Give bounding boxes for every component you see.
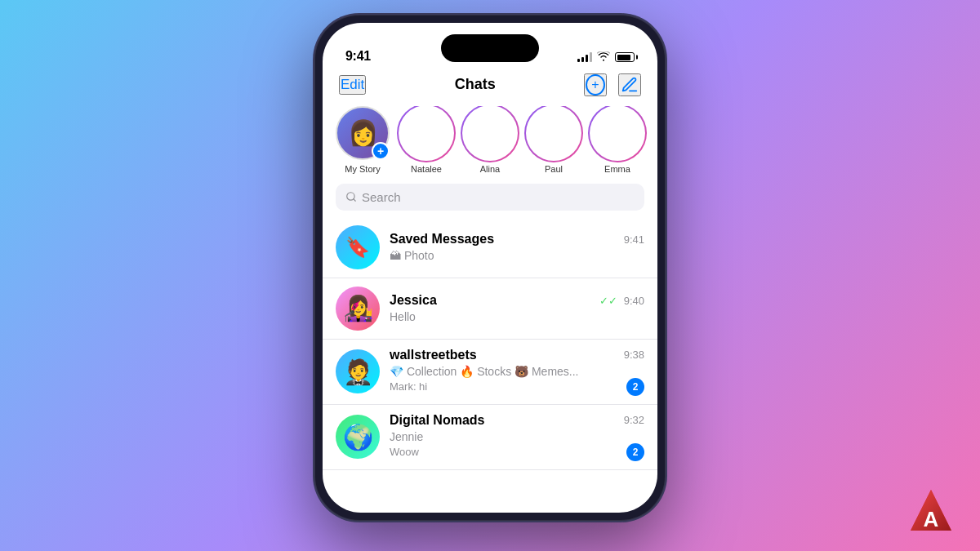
- circle-plus-icon: +: [586, 74, 605, 96]
- svg-text:A: A: [924, 507, 939, 531]
- chat-preview-jessica: Hello: [390, 310, 644, 323]
- story-name-natalee: Natalee: [399, 164, 453, 174]
- edit-button[interactable]: Edit: [339, 75, 366, 95]
- chat-item-digital-nomads[interactable]: 🌍 Digital Nomads 9:32 Jennie Woow 2: [323, 405, 657, 470]
- signal-icon: [577, 52, 592, 62]
- avatar-emoji-wsb: 🤵: [343, 358, 373, 386]
- read-check-icon: ✓✓: [599, 295, 617, 307]
- story-item-paul[interactable]: 🧑 Paul: [527, 106, 581, 174]
- stories-row: 👩 + My Story 👱‍♀️ Natalee: [323, 106, 657, 184]
- branding-area: A: [906, 486, 956, 535]
- chat-preview-dn-line2: Woow: [390, 446, 419, 458]
- story-name-my: My Story: [336, 164, 390, 174]
- story-name-emma: Emma: [590, 164, 644, 174]
- story-item-alina[interactable]: 💁‍♀️ Alina: [463, 106, 517, 174]
- chat-content-dn: Digital Nomads 9:32 Jennie Woow 2: [390, 413, 644, 461]
- chat-name-row-saved: Saved Messages 9:41: [390, 232, 644, 247]
- chat-preview-row-dn: Jennie Woow 2: [390, 430, 644, 461]
- story-ring-alina: [461, 106, 519, 162]
- compose-icon: [621, 76, 639, 94]
- story-avatar-wrapper-natalee: 👱‍♀️: [399, 106, 453, 160]
- status-icons: [577, 51, 635, 64]
- story-ring-paul: [524, 106, 583, 162]
- chat-name-jessica: Jessica: [390, 293, 437, 308]
- avatar-emoji-jessica: 👩‍🎤: [343, 294, 373, 322]
- chat-item-wallstreetbets[interactable]: 🤵 wallstreetbets 9:38 💎 Collection 🔥 Sto…: [323, 340, 657, 405]
- search-bar[interactable]: Search: [336, 184, 644, 211]
- phone-screen: 9:41 Edit: [323, 23, 657, 513]
- chat-name-row-jessica: Jessica ✓✓ 9:40: [390, 293, 644, 308]
- chat-preview-row-wsb: 💎 Collection 🔥 Stocks 🐻 Memes... Mark: h…: [390, 365, 644, 396]
- header-actions: +: [584, 73, 641, 96]
- page-title: Chats: [455, 76, 496, 93]
- chat-preview-saved: 🏔 Photo: [390, 249, 644, 262]
- search-icon: [345, 191, 357, 202]
- story-avatar-wrapper-paul: 🧑: [527, 106, 581, 160]
- story-item-my-story[interactable]: 👩 + My Story: [336, 106, 390, 174]
- chats-header: Edit Chats +: [323, 70, 657, 106]
- chat-content-jessica: Jessica ✓✓ 9:40 Hello: [390, 293, 644, 323]
- wsb-avatar: 🤵: [336, 349, 380, 393]
- chat-preview-wsb-line2: Mark: hi: [390, 380, 427, 393]
- avatar-emoji-my: 👩: [348, 118, 378, 147]
- bookmark-icon: 🔖: [345, 236, 370, 259]
- chat-time-wsb: 9:38: [624, 349, 644, 361]
- dn-avatar: 🌍: [336, 415, 380, 459]
- chat-name-saved: Saved Messages: [390, 232, 494, 247]
- story-ring-emma: [588, 106, 647, 162]
- chat-time-jessica: ✓✓ 9:40: [599, 295, 644, 307]
- chat-time-saved: 9:41: [624, 233, 644, 246]
- add-chat-button[interactable]: +: [584, 73, 607, 96]
- chat-name-wsb: wallstreetbets: [390, 348, 477, 362]
- battery-icon: [615, 52, 635, 62]
- story-item-emma[interactable]: 👩‍🦰 Emma: [590, 106, 644, 174]
- story-name-paul: Paul: [527, 164, 581, 174]
- unread-badge-wsb: 2: [626, 378, 644, 396]
- chat-name-dn: Digital Nomads: [390, 413, 484, 428]
- brand-logo-icon: A: [906, 486, 956, 535]
- story-name-alina: Alina: [463, 164, 517, 174]
- chat-content-wsb: wallstreetbets 9:38 💎 Collection 🔥 Stock…: [390, 348, 644, 396]
- chat-name-row-wsb: wallstreetbets 9:38: [390, 348, 644, 362]
- avatar-emoji-dn: 🌍: [343, 423, 373, 451]
- phone-wrapper: 9:41 Edit: [314, 15, 666, 521]
- story-item-natalee[interactable]: 👱‍♀️ Natalee: [399, 106, 453, 174]
- chat-item-jessica[interactable]: 👩‍🎤 Jessica ✓✓ 9:40 Hello: [323, 278, 657, 340]
- chat-preview-dn-line2-row: Woow 2: [390, 443, 644, 461]
- wifi-icon: [597, 51, 610, 64]
- chat-preview-wsb-line1: 💎 Collection 🔥 Stocks 🐻 Memes...: [390, 365, 644, 378]
- chat-preview-row-saved: 🏔 Photo: [390, 249, 644, 262]
- chat-item-saved-messages[interactable]: 🔖 Saved Messages 9:41 🏔 Photo: [323, 217, 657, 278]
- jessica-avatar: 👩‍🎤: [336, 287, 380, 331]
- chat-time-dn: 9:32: [624, 414, 644, 426]
- search-placeholder: Search: [362, 190, 401, 204]
- chat-name-row-dn: Digital Nomads 9:32: [390, 413, 644, 428]
- compose-button[interactable]: [618, 73, 641, 96]
- unread-badge-dn: 2: [626, 443, 644, 461]
- status-time: 9:41: [345, 49, 371, 64]
- story-avatar-wrapper-emma: 👩‍🦰: [590, 106, 644, 160]
- story-avatar-wrapper-my: 👩 +: [336, 106, 390, 160]
- saved-messages-avatar: 🔖: [336, 225, 380, 269]
- story-ring-natalee: [397, 106, 456, 162]
- chat-preview-dn-sender: Jennie: [390, 430, 644, 443]
- dynamic-island: [441, 34, 539, 62]
- chat-preview-row-jessica: Hello: [390, 310, 644, 323]
- story-plus-badge: +: [372, 142, 390, 160]
- chat-content-saved: Saved Messages 9:41 🏔 Photo: [390, 232, 644, 262]
- chat-preview-wsb-line2-row: Mark: hi 2: [390, 378, 644, 396]
- chat-list: 🔖 Saved Messages 9:41 🏔 Photo 👩‍🎤: [323, 217, 657, 513]
- story-avatar-wrapper-alina: 💁‍♀️: [463, 106, 517, 160]
